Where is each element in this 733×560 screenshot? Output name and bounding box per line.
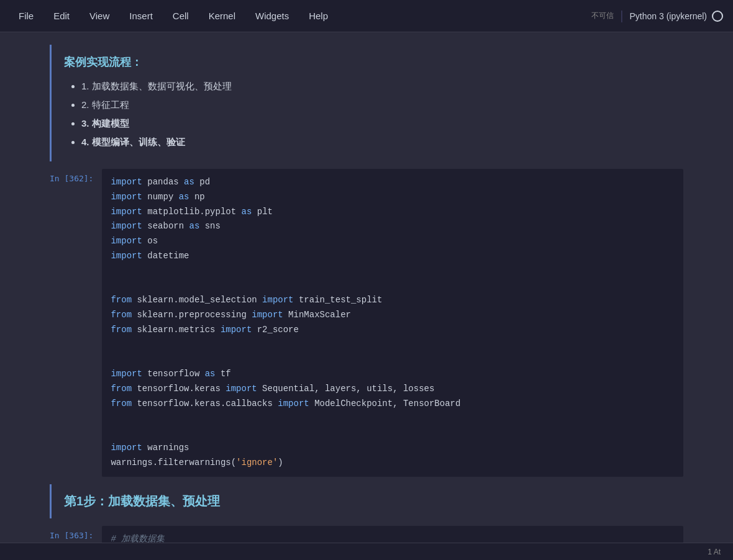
status-bar: 1 At <box>0 543 733 560</box>
menu-help[interactable]: Help <box>300 7 337 25</box>
not-trusted-button[interactable]: 不可信 <box>591 11 614 21</box>
overview-list: 1. 加载数据集、数据可视化、预处理 2. 特征工程 3. 构建模型 4. 模型… <box>64 77 671 151</box>
menu-edit[interactable]: Edit <box>45 7 78 25</box>
menu-kernel[interactable]: Kernel <box>200 7 244 25</box>
overview-title: 案例实现流程： <box>64 55 671 70</box>
menu-view[interactable]: View <box>81 7 118 25</box>
step-header-1: 第1步：加载数据集、预处理 <box>50 484 683 518</box>
overview-item-2: 2. 特征工程 <box>81 96 671 114</box>
notebook: 案例实现流程： 1. 加载数据集、数据可视化、预处理 2. 特征工程 3. 构建… <box>0 32 733 560</box>
at-label: 1 At <box>708 548 721 556</box>
overview-item-4: 4. 模型编译、训练、验证 <box>81 133 671 151</box>
menu-insert[interactable]: Insert <box>121 7 162 25</box>
menu-cell[interactable]: Cell <box>164 7 198 25</box>
menu-right: 不可信 | Python 3 (ipykernel) <box>591 9 723 23</box>
cell-code-362[interactable]: import pandas as pd import numpy as np i… <box>102 169 683 477</box>
kernel-name-label: Python 3 (ipykernel) <box>629 11 707 21</box>
kernel-indicator: Python 3 (ipykernel) <box>629 11 723 22</box>
code-cell-362: In [362]: import pandas as pd import num… <box>50 169 683 477</box>
menu-file[interactable]: File <box>10 7 42 25</box>
overview-item-1: 1. 加载数据集、数据可视化、预处理 <box>81 77 671 96</box>
menu-bar: File Edit View Insert Cell Kernel Widget… <box>0 0 733 32</box>
menu-widgets[interactable]: Widgets <box>247 7 298 25</box>
cell-prompt-362: In [362]: <box>50 169 102 477</box>
step-header-1-title: 第1步：加载数据集、预处理 <box>64 493 671 510</box>
overview-item-3: 3. 构建模型 <box>81 114 671 133</box>
menu-items: File Edit View Insert Cell Kernel Widget… <box>10 7 337 25</box>
markdown-cell-overview: 案例实现流程： 1. 加载数据集、数据可视化、预处理 2. 特征工程 3. 构建… <box>50 45 683 161</box>
kernel-status-circle <box>712 11 723 22</box>
